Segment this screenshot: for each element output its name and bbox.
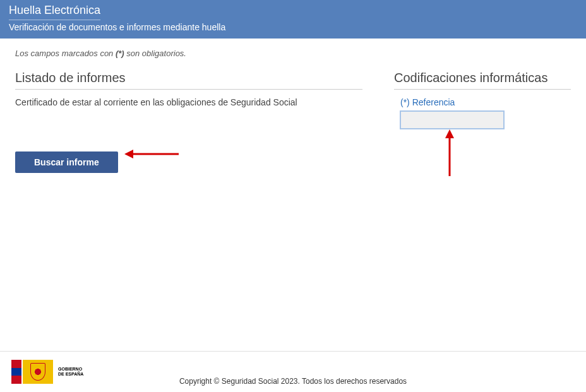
page-header: Huella Electrónica Verificación de docum… bbox=[0, 0, 586, 39]
search-report-button[interactable]: Buscar informe bbox=[15, 151, 118, 173]
required-fields-note: Los campos marcados con (*) son obligato… bbox=[15, 49, 571, 58]
main-content: Los campos marcados con (*) son obligato… bbox=[0, 39, 586, 183]
spain-shield-icon bbox=[23, 360, 53, 384]
reports-list-title: Listado de informes bbox=[15, 71, 362, 90]
required-note-prefix: Los campos marcados con bbox=[15, 49, 116, 58]
gov-text-line1: GOBIERNO bbox=[58, 367, 83, 372]
government-logo: GOBIERNO DE ESPAÑA bbox=[11, 360, 83, 384]
codifications-section: Codificaciones informáticas (*) Referenc… bbox=[394, 71, 571, 173]
required-note-marker: (*) bbox=[116, 49, 124, 58]
copyright-text: Copyright © Seguridad Social 2023. Todos… bbox=[179, 377, 407, 386]
reports-list-section: Listado de informes Certificado de estar… bbox=[15, 71, 362, 173]
reference-input[interactable] bbox=[400, 111, 504, 129]
flag-icon bbox=[11, 360, 21, 384]
header-subtitle: Verificación de documentos e informes me… bbox=[9, 22, 577, 32]
gov-text-line2: DE ESPAÑA bbox=[58, 372, 83, 377]
page-footer: GOBIERNO DE ESPAÑA Copyright © Seguridad… bbox=[0, 351, 586, 392]
report-item: Certificado de estar al corriente en las… bbox=[15, 97, 362, 107]
codifications-title: Codificaciones informáticas bbox=[394, 71, 571, 90]
reference-label: (*) Referencia bbox=[394, 97, 571, 107]
header-divider bbox=[9, 20, 100, 20]
government-text: GOBIERNO DE ESPAÑA bbox=[58, 367, 83, 376]
header-title: Huella Electrónica bbox=[9, 4, 577, 20]
required-note-suffix: son obligatorios. bbox=[124, 49, 186, 58]
